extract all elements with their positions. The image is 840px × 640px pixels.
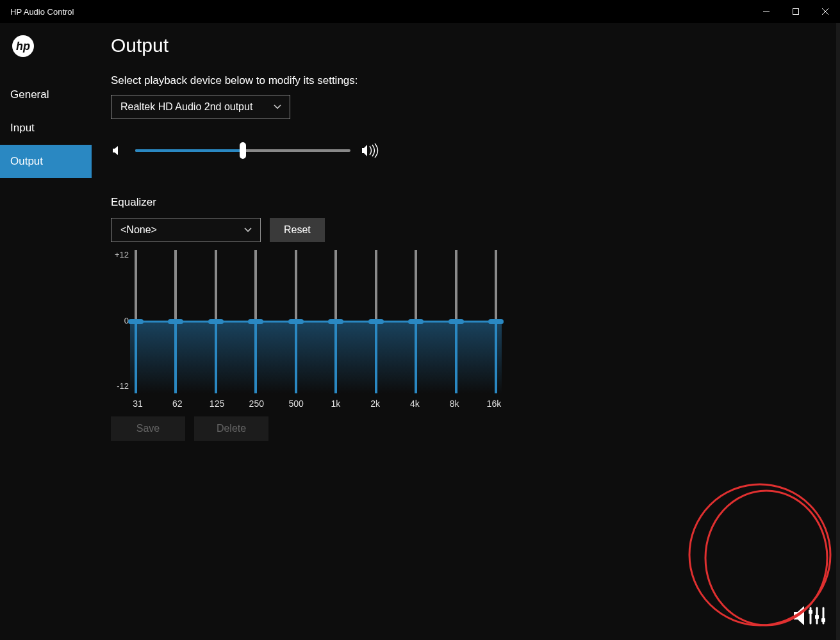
app-title: HP Audio Control <box>10 7 74 17</box>
volume-row <box>111 144 821 158</box>
eq-band-2k[interactable] <box>370 250 382 393</box>
playback-device-selected: Realtek HD Audio 2nd output <box>120 101 252 113</box>
eq-x-axis: 31621252505001k2k4k8k16k <box>130 398 502 409</box>
reset-button[interactable]: Reset <box>270 218 325 242</box>
eq-band-500[interactable] <box>290 250 302 393</box>
eq-band-label: 125 <box>210 398 225 409</box>
volume-low-icon <box>111 144 125 158</box>
eq-band-250[interactable] <box>250 250 261 393</box>
equalizer-grid: +12 0 -12 <box>111 250 502 393</box>
eq-y-top: +12 <box>115 250 129 259</box>
close-button[interactable] <box>811 0 840 23</box>
eq-thumb[interactable] <box>128 319 144 324</box>
eq-y-bot: -12 <box>117 381 129 391</box>
sidebar-item-input[interactable]: Input <box>0 111 92 145</box>
eq-thumb[interactable] <box>168 319 183 324</box>
svg-rect-9 <box>809 610 812 614</box>
audio-overlay-icon[interactable] <box>793 604 828 627</box>
playback-device-dropdown[interactable]: Realtek HD Audio 2nd output <box>111 95 290 119</box>
sidebar: hp General Input Output <box>0 23 92 640</box>
eq-band-label: 500 <box>288 398 304 409</box>
eq-band-label: 62 <box>170 398 185 409</box>
eq-band-16k[interactable] <box>490 250 502 393</box>
eq-band-4k[interactable] <box>410 250 422 393</box>
window-controls <box>752 0 840 23</box>
eq-thumb[interactable] <box>208 319 224 324</box>
volume-fill <box>135 149 243 152</box>
hp-logo-icon: hp <box>12 35 92 60</box>
volume-thumb[interactable] <box>240 142 246 159</box>
eq-band-label: 31 <box>130 398 145 409</box>
delete-button[interactable]: Delete <box>194 416 268 441</box>
volume-slider[interactable] <box>135 149 350 152</box>
eq-thumb[interactable] <box>328 319 343 324</box>
eq-thumb[interactable] <box>488 319 504 324</box>
eq-band-label: 8k <box>447 398 462 409</box>
svg-rect-11 <box>821 618 825 622</box>
eq-band-8k[interactable] <box>450 250 462 393</box>
eq-band-label: 16k <box>486 398 502 409</box>
eq-band-1k[interactable] <box>330 250 342 393</box>
device-prompt: Select playback device below to modify i… <box>111 74 821 87</box>
eq-preset-dropdown[interactable]: <None> <box>111 218 261 242</box>
scrollbar[interactable] <box>836 23 840 640</box>
svg-text:hp: hp <box>16 40 30 53</box>
maximize-button[interactable] <box>781 0 811 23</box>
svg-rect-10 <box>815 615 819 619</box>
eq-band-125[interactable] <box>210 250 222 393</box>
eq-thumb[interactable] <box>368 319 384 324</box>
chevron-down-icon <box>243 224 252 236</box>
eq-thumb[interactable] <box>408 319 424 324</box>
eq-band-31[interactable] <box>130 250 142 393</box>
eq-band-label: 1k <box>328 398 343 409</box>
titlebar: HP Audio Control <box>0 0 840 23</box>
minimize-button[interactable] <box>752 0 781 23</box>
eq-band-label: 4k <box>407 398 422 409</box>
eq-preset-selected: <None> <box>120 224 157 236</box>
eq-y-axis: +12 0 -12 <box>111 250 129 391</box>
main-panel: Output Select playback device below to m… <box>92 23 840 640</box>
save-button[interactable]: Save <box>111 416 185 441</box>
page-title: Output <box>111 35 821 56</box>
eq-band-label: 2k <box>368 398 383 409</box>
eq-baseline <box>130 321 502 323</box>
sidebar-item-general[interactable]: General <box>0 78 92 111</box>
sidebar-item-output[interactable]: Output <box>0 145 92 178</box>
eq-thumb[interactable] <box>248 319 263 324</box>
eq-thumb[interactable] <box>449 319 464 324</box>
eq-thumb[interactable] <box>288 319 304 324</box>
equalizer-label: Equalizer <box>111 196 821 209</box>
eq-band-label: 250 <box>249 398 264 409</box>
eq-band-62[interactable] <box>170 250 181 393</box>
svg-rect-1 <box>793 9 799 15</box>
chevron-down-icon <box>273 101 282 113</box>
volume-high-icon <box>361 144 381 158</box>
